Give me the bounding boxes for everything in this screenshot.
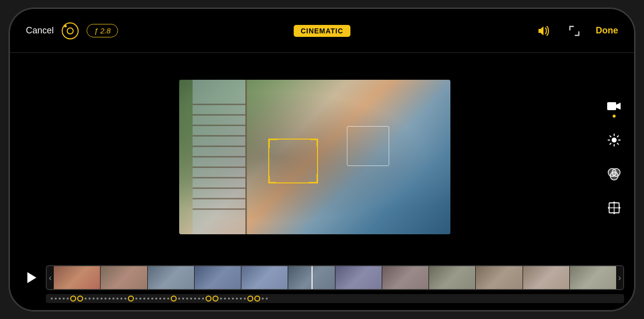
film-frame-8 bbox=[382, 266, 429, 289]
track-dot bbox=[266, 298, 268, 300]
focus-event-dot[interactable] bbox=[206, 296, 212, 302]
top-bar-center: CINEMATIC bbox=[294, 25, 350, 37]
brightness-icon bbox=[608, 134, 621, 147]
track-dot bbox=[159, 298, 161, 300]
track-dot bbox=[220, 298, 222, 300]
track-dot bbox=[89, 298, 91, 300]
cancel-button[interactable]: Cancel bbox=[26, 25, 54, 36]
transform-icon bbox=[607, 201, 621, 215]
video-frame[interactable] bbox=[179, 80, 450, 234]
speaker-icon bbox=[537, 25, 550, 37]
phone-shell: Cancel ƒ 2.8 CINEMATIC bbox=[8, 7, 636, 312]
track-dot bbox=[108, 298, 110, 300]
track-dot bbox=[59, 298, 61, 300]
svg-line-6 bbox=[610, 136, 611, 137]
focus-event-dot[interactable] bbox=[171, 296, 177, 302]
filmstrip-scroll-left[interactable]: ‹ bbox=[47, 273, 54, 283]
track-dots bbox=[50, 296, 620, 302]
expand-button[interactable] bbox=[565, 21, 584, 40]
track-dot bbox=[232, 298, 234, 300]
track-dot bbox=[182, 298, 184, 300]
track-dot bbox=[97, 298, 99, 300]
video-tool-button[interactable] bbox=[605, 97, 624, 116]
track-dot bbox=[202, 298, 204, 300]
play-button[interactable] bbox=[20, 267, 42, 289]
track-dot bbox=[135, 298, 137, 300]
track-dot bbox=[194, 298, 196, 300]
track-dot bbox=[93, 298, 95, 300]
track-dot bbox=[51, 298, 53, 300]
track-dot bbox=[147, 298, 149, 300]
focus-event-dot[interactable] bbox=[128, 296, 134, 302]
track-dot bbox=[116, 298, 118, 300]
film-frame-9 bbox=[429, 266, 475, 289]
focus-box-secondary[interactable] bbox=[347, 126, 389, 166]
focus-box-active[interactable] bbox=[268, 139, 318, 183]
focus-event-dot[interactable] bbox=[254, 296, 260, 302]
film-frame-3 bbox=[148, 266, 194, 289]
svg-line-8 bbox=[610, 143, 611, 144]
track-dot bbox=[67, 298, 69, 300]
focus-event-dot[interactable] bbox=[213, 296, 218, 302]
focus-mode-icon[interactable] bbox=[62, 22, 79, 39]
focus-corner-tr bbox=[310, 139, 318, 147]
track-dot bbox=[124, 298, 126, 300]
color-mix-tool-button[interactable] bbox=[605, 164, 624, 183]
focus-track-inner bbox=[46, 294, 624, 303]
focus-corner-br bbox=[268, 175, 276, 183]
main-area bbox=[10, 53, 634, 261]
track-dot bbox=[236, 298, 238, 300]
track-dot bbox=[190, 298, 192, 300]
track-dot bbox=[244, 298, 246, 300]
playhead bbox=[312, 266, 313, 289]
svg-point-1 bbox=[612, 138, 617, 143]
film-frame-12 bbox=[570, 266, 616, 289]
svg-point-12 bbox=[610, 172, 618, 180]
bottom-controls: ‹ › bbox=[10, 261, 634, 310]
film-frame-4 bbox=[195, 266, 241, 289]
film-frame-5 bbox=[241, 266, 288, 289]
video-camera-icon bbox=[607, 100, 622, 112]
right-tools-sidebar bbox=[594, 53, 634, 261]
color-mix-icon bbox=[607, 167, 621, 181]
brightness-tool-button[interactable] bbox=[605, 131, 624, 150]
track-dot bbox=[151, 298, 153, 300]
track-dot bbox=[85, 298, 87, 300]
volume-button[interactable] bbox=[534, 21, 553, 40]
timeline-strip: ‹ › bbox=[10, 265, 634, 290]
track-dot bbox=[55, 298, 57, 300]
track-dot bbox=[240, 298, 242, 300]
track-dot bbox=[198, 298, 200, 300]
filmstrip-container[interactable]: ‹ › bbox=[46, 265, 624, 290]
track-dot bbox=[228, 298, 230, 300]
focus-ring bbox=[67, 27, 74, 34]
track-dot bbox=[101, 298, 103, 300]
filmstrip-frames bbox=[54, 266, 616, 289]
track-dot bbox=[143, 298, 145, 300]
focus-event-dot[interactable] bbox=[247, 296, 253, 302]
expand-icon bbox=[568, 25, 580, 37]
track-dot bbox=[120, 298, 122, 300]
svg-line-7 bbox=[617, 143, 618, 144]
film-frame-2 bbox=[101, 266, 147, 289]
focus-event-dot[interactable] bbox=[70, 296, 76, 302]
top-bar-right: Done bbox=[534, 21, 618, 40]
track-dot bbox=[63, 298, 65, 300]
track-dot bbox=[167, 298, 169, 300]
video-area bbox=[10, 53, 594, 261]
track-dot bbox=[262, 298, 264, 300]
top-bar-left: Cancel ƒ 2.8 bbox=[26, 22, 534, 39]
film-frame-7 bbox=[335, 266, 382, 289]
play-icon bbox=[27, 272, 36, 283]
transform-tool-button[interactable] bbox=[605, 198, 624, 217]
video-background bbox=[179, 80, 450, 234]
done-button[interactable]: Done bbox=[596, 25, 618, 36]
filmstrip-scroll-right[interactable]: › bbox=[616, 273, 623, 283]
track-dot bbox=[178, 298, 180, 300]
aperture-button[interactable]: ƒ 2.8 bbox=[87, 24, 118, 37]
window-bg bbox=[193, 80, 247, 234]
top-bar: Cancel ƒ 2.8 CINEMATIC bbox=[10, 9, 634, 53]
film-frame-1 bbox=[54, 266, 100, 289]
focus-event-dot[interactable] bbox=[77, 296, 83, 302]
track-dot bbox=[224, 298, 226, 300]
